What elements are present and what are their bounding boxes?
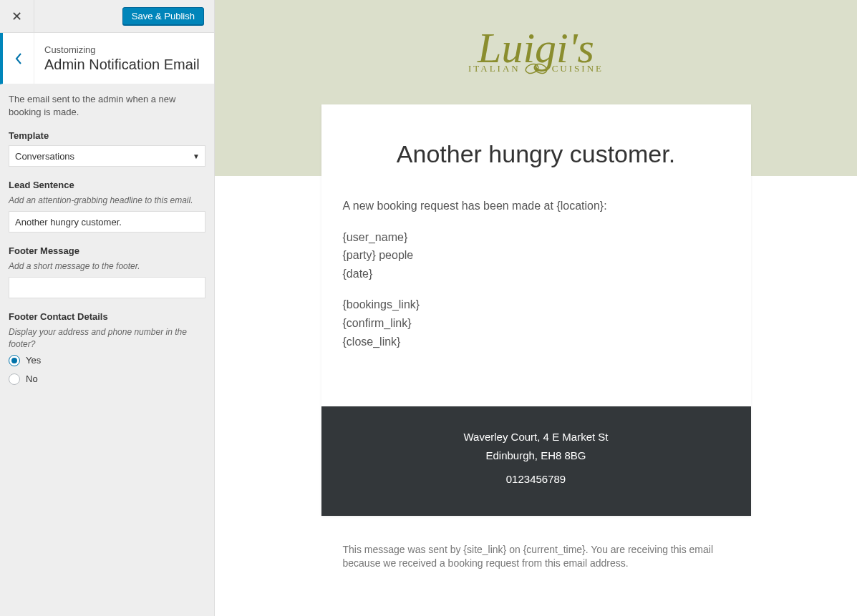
save-publish-button[interactable]: Save & Publish [122,7,204,25]
email-body: A new booking request has been made at {… [321,197,751,406]
logo: Luigi's ITALIAN CUISINE [215,29,857,76]
template-label: Template [9,130,205,141]
logo-name: Luigi's [478,29,594,67]
email-bookings-link: {bookings_link} [343,298,420,311]
section-description: The email sent to the admin when a new b… [9,93,205,119]
email-date-line: {date} [343,268,373,280]
lead-sentence-label: Lead Sentence [9,180,205,190]
section-header: Customizing Admin Notification Email [0,33,214,84]
footer-contact-hint: Display your address and phone number in… [9,326,205,351]
header-text: Customizing Admin Notification Email [34,44,210,73]
email-disclaimer: This message was sent by {site_link} on … [321,530,751,584]
radio-yes-label: Yes [26,355,41,366]
section-title: Admin Notification Email [44,57,200,73]
lead-sentence-field: Lead Sentence Add an attention-grabbing … [9,180,205,233]
radio-no[interactable]: No [9,373,205,385]
close-icon: ✕ [11,9,22,24]
email-user-line: {user_name} [343,231,408,243]
email-card: Another hungry customer. A new booking r… [321,104,751,516]
footer-address-line2: Edinburgh, EH8 8BG [485,449,586,461]
email-confirm-link: {confirm_link} [343,317,412,329]
lead-sentence-hint: Add an attention-grabbing headline to th… [9,195,205,207]
email-intro: A new booking request has been made at {… [343,197,730,215]
radio-no-circle[interactable] [9,373,20,385]
email-details: {user_name} {party} people {date} [343,228,730,283]
template-select[interactable]: Conversations [9,145,205,167]
footer-message-hint: Add a short message to the footer. [9,260,205,273]
footer-message-input[interactable] [9,277,205,298]
email-preview: Luigi's ITALIAN CUISINE Another hungry c… [215,0,857,616]
footer-phone: 0123456789 [343,470,730,489]
email-close-link: {close_link} [343,336,401,348]
lead-sentence-input[interactable] [9,211,205,233]
footer-message-field: Footer Message Add a short message to th… [9,245,205,298]
customizer-sidebar: ✕ Save & Publish Customizing Admin Notif… [0,0,215,616]
radio-yes[interactable]: Yes [9,355,205,366]
close-button[interactable]: ✕ [0,0,34,33]
footer-address: Waverley Court, 4 E Market St Edinburgh,… [343,428,730,464]
back-button[interactable] [3,33,34,84]
email-footer: Waverley Court, 4 E Market St Edinburgh,… [321,406,751,516]
template-field: Template Conversations ▼ [9,130,205,167]
footer-message-label: Footer Message [9,245,205,256]
footer-contact-label: Footer Contact Details [9,311,205,322]
sidebar-body: The email sent to the admin when a new b… [0,84,214,406]
footer-address-line1: Waverley Court, 4 E Market St [463,431,608,443]
email-title: Another hungry customer. [343,140,730,168]
footer-contact-field: Footer Contact Details Display your addr… [9,311,205,385]
radio-yes-circle[interactable] [9,355,20,366]
email-party-line: {party} people [343,249,414,261]
customizing-label: Customizing [44,44,200,55]
sidebar-top-bar: ✕ Save & Publish [0,0,214,33]
chevron-left-icon [15,53,22,64]
radio-no-label: No [26,373,38,384]
email-heading: Another hungry customer. [321,104,751,197]
email-links: {bookings_link} {confirm_link} {close_li… [343,295,730,351]
